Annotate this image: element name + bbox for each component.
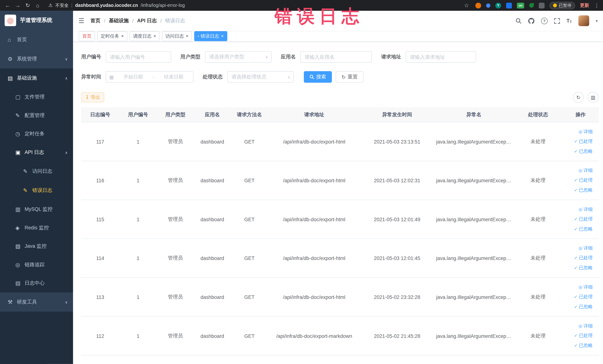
avatar[interactable]	[578, 15, 589, 26]
help-icon[interactable]: ?	[541, 17, 548, 24]
tab-access-log[interactable]: 访问日志 ×	[162, 31, 192, 41]
tab-error-log[interactable]: ● 错误日志 ×	[194, 31, 227, 41]
reload-icon[interactable]: ↻	[24, 2, 32, 8]
sidebar-item-config-manage[interactable]: ✎ 配置管理	[0, 106, 73, 125]
paused-badge[interactable]: 已暂停	[550, 2, 575, 9]
logo-avatar	[5, 15, 16, 26]
avatar-caret-down-icon[interactable]: ▾	[596, 19, 598, 23]
back-icon[interactable]: ←	[4, 2, 12, 8]
detail-link[interactable]: ◎ 详细	[565, 205, 593, 214]
detail-link[interactable]: ◎ 详细	[565, 166, 593, 176]
home-icon[interactable]: ⌂	[34, 2, 42, 8]
url-path[interactable]: /infra/log/api-error-log	[141, 3, 185, 8]
address-separator: |	[71, 3, 72, 8]
detail-link[interactable]: ◎ 详细	[565, 127, 593, 137]
download-icon: ↧	[85, 94, 89, 100]
mark-processed-link[interactable]: ✓ 已处理	[565, 253, 593, 263]
address-bar[interactable]: ⚠ 不安全 | dashboard.yudao.iocoder.cn/infra…	[48, 2, 460, 8]
col-app-name: 应用名	[194, 107, 231, 122]
mark-processed-link[interactable]: ✓ 已处理	[565, 176, 593, 185]
hamburger-icon[interactable]: ☰	[78, 17, 84, 25]
eye-icon: ◎	[579, 205, 582, 214]
search-button[interactable]: 搜索	[304, 71, 332, 83]
extension-icon-4[interactable]	[506, 2, 512, 8]
extension-icon-2[interactable]	[486, 3, 490, 8]
detail-link[interactable]: ◎ 详细	[565, 282, 593, 292]
refresh-table-icon[interactable]: ↻	[573, 92, 584, 103]
mark-ignored-link[interactable]: ✓ 已忽略	[565, 302, 593, 312]
check-icon: ✓	[574, 254, 578, 263]
app-name-input[interactable]	[300, 51, 372, 63]
breadcrumb-home[interactable]: 首页	[91, 17, 101, 24]
extension-icon-6[interactable]	[539, 2, 545, 8]
user-id-label: 用户编号	[81, 53, 101, 60]
cell-status: 未处理	[514, 316, 562, 355]
tags-view-bar: 首页 定时任务 × 调度日志 × 访问日志 × ● 错误日志 ×	[73, 31, 603, 42]
mark-ignored-link[interactable]: ✓ 已忽略	[565, 263, 593, 273]
extension-icon-3[interactable]: Y	[495, 2, 501, 8]
update-button[interactable]: 更新	[580, 2, 589, 9]
sidebar-item-access-log[interactable]: ✎ 访问日志	[0, 162, 73, 181]
sidebar-item-error-log[interactable]: ✎ 错误日志	[0, 181, 73, 200]
chevron-down-icon: ∨	[288, 75, 290, 79]
mark-ignored-link[interactable]: ✓ 已忽略	[565, 224, 593, 234]
sidebar-item-tracing[interactable]: ◎ 链路追踪	[0, 256, 73, 274]
mark-processed-link[interactable]: ✓ 已处理	[565, 331, 593, 341]
user-id-input[interactable]	[106, 51, 171, 63]
sidebar-item-scheduled-jobs[interactable]: ◷ 定时任务	[0, 125, 73, 143]
sidebar-item-home[interactable]: ⌂ 首页	[0, 30, 73, 49]
search-icon[interactable]	[516, 18, 522, 23]
browser-menu-icon[interactable]: ⋮	[594, 2, 599, 8]
extension-icon-1[interactable]	[475, 2, 481, 8]
user-type-select[interactable]: 请选择用户类型 ∨	[205, 51, 272, 63]
export-button[interactable]: ↧ 导出	[81, 92, 104, 102]
mark-processed-link[interactable]: ✓ 已处理	[565, 214, 593, 224]
sidebar-item-log-center[interactable]: ▤ 日志中心	[0, 274, 73, 293]
close-icon[interactable]: ×	[186, 33, 188, 39]
eye-icon: ◎	[579, 283, 582, 292]
tab-dispatch-log[interactable]: 调度日志 ×	[129, 31, 160, 41]
exception-time-range-picker[interactable]: ▦ 开始日期 - 结束日期	[106, 71, 194, 83]
sidebar-item-mysql-monitor[interactable]: ▥ MySQL 监控	[0, 200, 73, 219]
sidebar-item-redis-monitor[interactable]: ◈ Redis 监控	[0, 218, 73, 237]
mark-processed-link[interactable]: ✓ 已处理	[565, 137, 593, 146]
extension-on-badge-icon[interactable]: on	[517, 2, 524, 8]
tab-scheduled-jobs[interactable]: 定时任务 ×	[97, 31, 127, 41]
font-size-icon[interactable]: TT	[567, 18, 572, 24]
sidebar-item-java-monitor[interactable]: ▧ Java 监控	[0, 237, 73, 256]
reset-button[interactable]: ↻ 重置	[336, 71, 363, 83]
detail-link[interactable]: ◎ 详细	[565, 244, 593, 253]
mark-processed-link[interactable]: ✓ 已处理	[565, 292, 593, 302]
security-warning-label[interactable]: 不安全	[55, 2, 69, 8]
breadcrumb-infra[interactable]: 基础设施	[109, 17, 129, 24]
check-icon: ✓	[574, 293, 578, 302]
column-settings-icon[interactable]: ▥	[588, 92, 598, 103]
tab-home[interactable]: 首页	[79, 31, 95, 41]
request-url-input[interactable]	[406, 51, 476, 63]
cell-request-url: /api/infra/db-doc/export-html	[268, 239, 360, 278]
mark-ignored-link[interactable]: ✓ 已忽略	[565, 341, 593, 350]
cell-exception-time: 2021-05-03 12:01:45	[360, 239, 434, 278]
github-icon[interactable]	[528, 17, 534, 24]
sidebar-item-infra[interactable]: ▤ 基础设施 ∧	[0, 69, 73, 88]
forward-icon[interactable]: →	[14, 2, 22, 8]
close-icon[interactable]: ×	[121, 33, 124, 39]
sidebar-item-file-manage[interactable]: ▢ 文件管理	[0, 88, 73, 106]
breadcrumb-api-log[interactable]: API 日志	[137, 17, 157, 24]
close-icon[interactable]: ×	[221, 33, 224, 39]
check-icon: ✓	[574, 215, 578, 224]
sidebar-item-dev-tools[interactable]: ⚒ 研发工具 ∨	[0, 293, 73, 312]
sidebar-item-system[interactable]: ⚙ 系统管理 ∨	[0, 49, 73, 69]
extension-icon-5[interactable]	[529, 3, 534, 8]
process-status-select[interactable]: 请选择处理状态 ∨	[227, 71, 294, 83]
date-range-separator: -	[152, 74, 154, 80]
detail-link-label: 详细	[583, 321, 593, 331]
bookmark-star-icon[interactable]: ☆	[463, 2, 470, 8]
fullscreen-icon[interactable]	[554, 18, 560, 23]
mark-ignored-link[interactable]: ✓ 已忽略	[565, 185, 593, 195]
sidebar-item-api-log[interactable]: ▣ API 日志 ∧	[0, 143, 73, 162]
mark-ignored-link[interactable]: ✓ 已忽略	[565, 146, 593, 156]
url-host[interactable]: dashboard.yudao.iocoder.cn	[75, 3, 138, 8]
close-icon[interactable]: ×	[153, 33, 156, 39]
detail-link[interactable]: ◎ 详细	[565, 321, 593, 331]
